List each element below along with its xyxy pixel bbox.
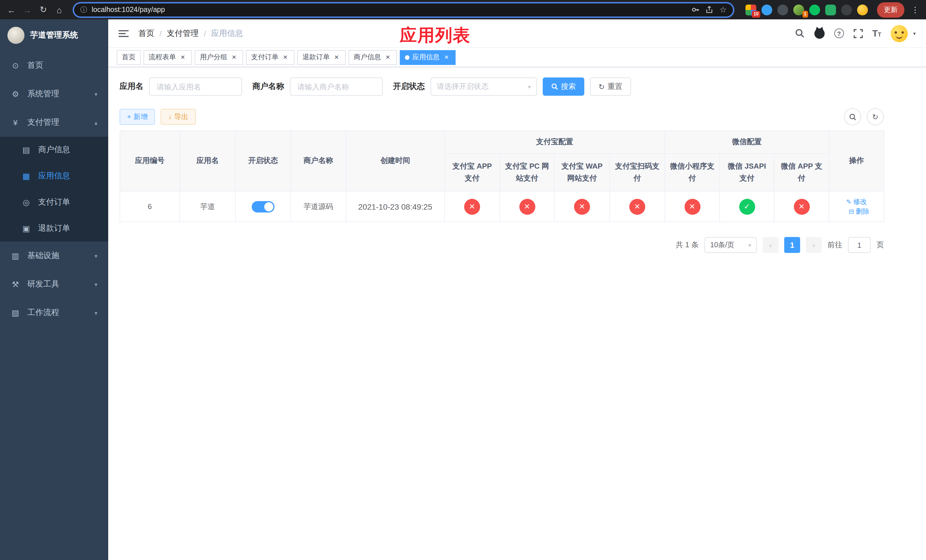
close-icon[interactable]: ✕ xyxy=(179,53,187,61)
cell-app-id: 6 xyxy=(120,191,180,222)
profile-avatar-icon[interactable] xyxy=(857,4,868,15)
sidebar-item-app-info[interactable]: ▦ 应用信息 xyxy=(0,163,108,189)
hamburger-icon[interactable] xyxy=(118,29,129,38)
browser-menu-icon[interactable]: ⋮ xyxy=(911,5,919,14)
col-header-actions: 操作 xyxy=(829,131,884,191)
chrome-update-button[interactable]: 更新 xyxy=(877,2,904,17)
sidebar-item-label: 退款订单 xyxy=(38,223,70,233)
forward-icon[interactable]: → xyxy=(21,3,34,17)
current-page-button[interactable]: 1 xyxy=(784,237,800,253)
extension-chat-icon[interactable] xyxy=(825,4,836,15)
sidebar-item-home[interactable]: ⊙ 首页 xyxy=(0,51,108,80)
reset-icon: ↻ xyxy=(599,82,605,91)
status-label: 开启状态 xyxy=(393,82,425,92)
cell-wx-jsapi: ✓ xyxy=(720,191,774,222)
address-bar[interactable]: ⓘ localhost:1024/pay/app ☆ xyxy=(73,2,734,17)
close-icon[interactable]: ✕ xyxy=(230,53,238,61)
export-button[interactable]: ↓ 导出 xyxy=(161,109,196,125)
sidebar-item-infrastructure[interactable]: ▥ 基础设施 ▾ xyxy=(0,242,108,270)
tab-process-form[interactable]: 流程表单 ✕ xyxy=(144,50,192,65)
refresh-button[interactable]: ↻ xyxy=(867,108,884,125)
add-button[interactable]: + 新增 xyxy=(120,109,155,125)
next-page-button[interactable]: › xyxy=(806,237,822,253)
prev-page-button[interactable]: ‹ xyxy=(763,237,779,253)
sidebar-item-pay-order[interactable]: ◎ 支付订单 xyxy=(0,189,108,215)
active-dot xyxy=(405,55,410,59)
status-toggle[interactable] xyxy=(252,201,274,212)
back-icon[interactable]: ← xyxy=(5,3,18,17)
extension-avatar-icon[interactable]: 1 xyxy=(793,4,804,15)
extension-badge: 10 xyxy=(752,11,760,17)
search-button[interactable]: 搜索 xyxy=(543,77,584,96)
dashboard-icon: ⊙ xyxy=(11,61,20,70)
close-icon[interactable]: ✕ xyxy=(333,53,340,61)
reset-button[interactable]: ↻ 重置 xyxy=(590,77,631,96)
fullscreen-icon[interactable] xyxy=(853,29,862,38)
close-icon[interactable]: ✕ xyxy=(281,53,289,61)
site-info-icon[interactable]: ⓘ xyxy=(80,5,87,15)
goto-page-input[interactable] xyxy=(848,237,871,253)
logo-avatar xyxy=(8,27,24,44)
yen-icon: ¥ xyxy=(11,118,20,127)
sidebar-item-label: 首页 xyxy=(27,61,43,71)
bookmark-star-icon[interactable]: ☆ xyxy=(720,5,727,14)
search-icon[interactable] xyxy=(795,29,804,38)
chevron-down-icon: ▾ xyxy=(95,91,97,97)
font-size-icon[interactable]: TT xyxy=(872,29,881,38)
merchant-name-input[interactable] xyxy=(290,77,383,96)
page-unit-label: 页 xyxy=(876,240,884,250)
reload-icon[interactable]: ↻ xyxy=(36,3,50,17)
workflow-icon: ▧ xyxy=(11,308,20,317)
tab-merchant-info[interactable]: 商户信息 ✕ xyxy=(348,50,397,65)
sidebar-item-payment[interactable]: ¥ 支付管理 ▴ xyxy=(0,108,108,137)
extension-pin-icon[interactable] xyxy=(761,4,772,15)
page-size-select[interactable]: 10条/页 ▾ xyxy=(705,237,757,253)
user-avatar[interactable] xyxy=(891,25,908,42)
status-select[interactable]: 请选择开启状态 ▾ xyxy=(431,77,537,96)
tab-refund-order[interactable]: 退款订单 ✕ xyxy=(297,50,346,65)
col-header-alipay-wap: 支付宝 WAP 网站支付 xyxy=(554,153,610,191)
share-icon[interactable] xyxy=(706,6,713,14)
merchant-name-label: 商户名称 xyxy=(252,82,284,92)
tab-app-info[interactable]: 应用信息 ✕ xyxy=(400,50,455,65)
breadcrumb-payment[interactable]: 支付管理 xyxy=(167,28,199,38)
order-icon: ◎ xyxy=(22,198,31,207)
extensions-puzzle-icon[interactable] xyxy=(841,4,852,15)
extension-dark-icon[interactable] xyxy=(777,4,788,15)
app-name-input[interactable] xyxy=(149,77,242,96)
sidebar-item-refund-order[interactable]: ▣ 退款订单 xyxy=(0,215,108,242)
help-icon[interactable]: ? xyxy=(834,29,844,38)
cell-app-name: 芋道 xyxy=(180,191,236,222)
chevron-up-icon: ▴ xyxy=(95,120,97,126)
toggle-search-button[interactable] xyxy=(844,108,861,125)
page-content: 应用名 商户名称 开启状态 请选择开启状态 ▾ 搜索 ↻ 重 xyxy=(108,67,926,560)
breadcrumb-separator: / xyxy=(159,29,162,38)
sidebar-item-workflow[interactable]: ▧ 工作流程 ▾ xyxy=(0,298,108,327)
tab-user-group[interactable]: 用户分组 ✕ xyxy=(195,50,243,65)
download-icon: ↓ xyxy=(168,113,172,121)
extension-grid-icon[interactable]: 10 xyxy=(746,4,756,15)
sidebar-item-merchant-info[interactable]: ▤ 商户信息 xyxy=(0,137,108,163)
password-key-icon[interactable] xyxy=(691,6,700,14)
sidebar-logo[interactable]: 芋道管理系统 xyxy=(0,20,108,51)
col-group-wechat: 微信配置 xyxy=(665,131,829,153)
avatar-caret-icon[interactable]: ▾ xyxy=(913,30,916,36)
close-icon[interactable]: ✕ xyxy=(384,53,392,61)
close-icon[interactable]: ✕ xyxy=(442,53,451,61)
alipay-app-status-icon: ✕ xyxy=(464,198,480,215)
edit-link[interactable]: ✎ 修改 xyxy=(846,197,867,206)
github-icon[interactable] xyxy=(814,28,825,38)
breadcrumb-home[interactable]: 首页 xyxy=(138,28,154,38)
tab-home[interactable]: 首页 xyxy=(117,50,141,65)
sidebar-item-system[interactable]: ⚙ 系统管理 ▾ xyxy=(0,80,108,108)
sidebar-item-dev-tools[interactable]: ⚒ 研发工具 ▾ xyxy=(0,270,108,298)
home-icon[interactable]: ⌂ xyxy=(52,3,66,17)
tab-pay-order[interactable]: 支付订单 ✕ xyxy=(246,50,294,65)
extension-wechat-devtools-icon[interactable] xyxy=(809,4,820,15)
delete-link[interactable]: ⊟ 删除 xyxy=(849,206,869,216)
table-toolbar: + 新增 ↓ 导出 ↻ xyxy=(120,108,884,125)
wx-lite-status-icon: ✕ xyxy=(684,198,700,215)
col-header-app-id: 应用编号 xyxy=(120,131,180,191)
url-text[interactable]: localhost:1024/pay/app xyxy=(92,6,687,14)
payment-submenu: ▤ 商户信息 ▦ 应用信息 ◎ 支付订单 ▣ 退款订单 xyxy=(0,137,108,242)
